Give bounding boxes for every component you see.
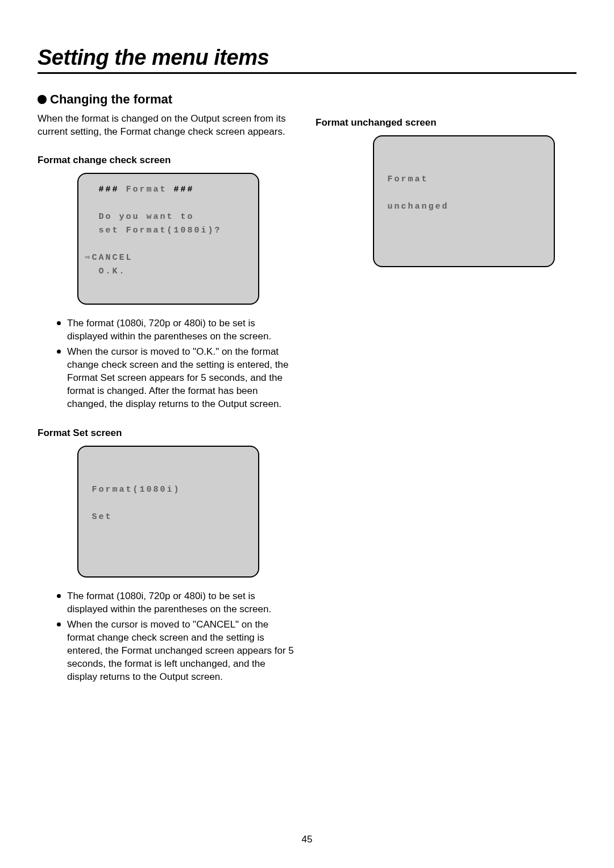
format-set-screen: Format(1080i) Set [77,446,259,578]
s1-l3: Do you want to [85,212,194,222]
manual-page: Setting the menu items Changing the form… [0,0,614,868]
s1-l4: set Format(1080i)? [85,226,222,235]
section-heading-text: Changing the format [50,92,172,107]
list-item: When the cursor is moved to "O.K." on th… [57,346,294,411]
list-item: The format (1080i, 720p or 480i) to be s… [57,317,294,343]
format-set-heading: Format Set screen [38,427,298,439]
bullets-after-screen1: The format (1080i, 720p or 480i) to be s… [38,317,298,411]
two-column-layout: When the format is changed on the Output… [38,113,576,701]
format-unchanged-screen-wrap: Format unchanged [316,135,576,267]
list-item: When the cursor is moved to "CANCEL" on … [57,618,294,684]
s1-l1a [85,185,99,194]
list-item: The format (1080i, 720p or 480i) to be s… [57,590,294,616]
format-change-check-screen-wrap: ### Format ### Do you want to set Format… [38,173,298,305]
bullet-icon [38,95,47,104]
left-column: When the format is changed on the Output… [38,113,298,701]
bullets-after-screen2: The format (1080i, 720p or 480i) to be s… [38,590,298,684]
page-number: 45 [0,834,614,845]
format-set-screen-wrap: Format(1080i) Set [38,446,298,578]
format-change-check-screen: ### Format ### Do you want to set Format… [77,173,259,305]
s1-l1c: Format [119,185,174,194]
s1-hash-left: ### [99,185,119,194]
format-change-check-heading: Format change check screen [38,155,298,166]
s1-l6: ⇨CANCEL [85,253,133,263]
right-column: Format unchanged screen Format unchanged [316,113,576,701]
format-unchanged-screen: Format unchanged [373,135,555,267]
section-heading: Changing the format [38,92,576,107]
s1-hash-right: ### [174,185,194,194]
s1-l7: O.K. [85,267,126,276]
intro-paragraph: When the format is changed on the Output… [38,113,298,139]
format-unchanged-heading: Format unchanged screen [316,117,576,128]
page-title: Setting the menu items [38,45,576,74]
